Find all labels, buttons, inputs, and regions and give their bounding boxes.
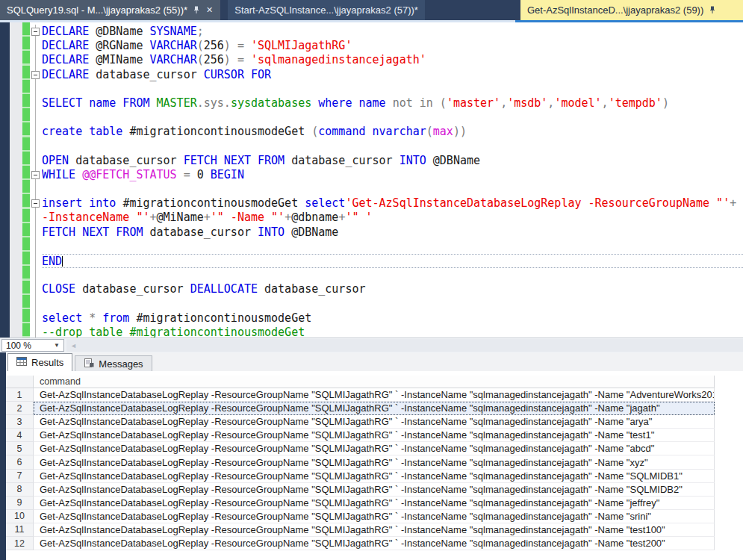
- grid-row[interactable]: 3Get-AzSqlInstanceDatabaseLogReplay -Res…: [6, 415, 743, 429]
- grid-row[interactable]: 1Get-AzSqlInstanceDatabaseLogReplay -Res…: [6, 388, 743, 402]
- code-line: select * from #migrationcontinousmodeGet: [30, 311, 743, 326]
- row-number[interactable]: 7: [6, 470, 34, 483]
- document-tabbar: SQLQuery19.sql - M...\jjayaprakas2 (55))…: [0, 0, 743, 20]
- row-number[interactable]: 4: [6, 429, 34, 442]
- scroll-left-icon[interactable]: ◄: [66, 342, 77, 349]
- code-line: DECLARE database_cursor CURSOR FOR: [30, 68, 743, 82]
- editor-gutter: [10, 22, 22, 337]
- tab-label: Get-AzSqlInstanceD...\jjayaprakas2 (59)): [527, 4, 703, 16]
- command-cell[interactable]: Get-AzSqlInstanceDatabaseLogReplay -Reso…: [34, 429, 715, 442]
- zoom-dropdown[interactable]: 100 % ▼: [1, 339, 64, 352]
- code-line: DECLARE @MIName VARCHAR(256) = 'sqlmanag…: [30, 53, 743, 67]
- tab-label: Messages: [99, 358, 143, 370]
- code-line: [30, 82, 743, 96]
- code-line: -InstanceName "'+@MiName+'" -Name "'+@db…: [30, 211, 743, 225]
- outline-margin: [30, 182, 42, 196]
- outline-margin: [30, 53, 42, 67]
- command-cell[interactable]: Get-AzSqlInstanceDatabaseLogReplay -Reso…: [34, 523, 715, 537]
- row-number[interactable]: 11: [6, 523, 34, 537]
- outline-margin: [30, 268, 42, 282]
- outline-margin: [30, 96, 42, 111]
- grid-row[interactable]: 5Get-AzSqlInstanceDatabaseLogReplay -Res…: [6, 442, 743, 455]
- command-cell[interactable]: Get-AzSqlInstanceDatabaseLogReplay -Reso…: [34, 388, 715, 402]
- outline-margin: [30, 326, 42, 337]
- column-header-command[interactable]: command: [34, 376, 715, 388]
- messages-icon: [84, 358, 94, 370]
- grid-row[interactable]: 2Get-AzSqlInstanceDatabaseLogReplay -Res…: [6, 402, 743, 415]
- row-number[interactable]: 1: [6, 388, 34, 402]
- row-number[interactable]: 10: [6, 510, 34, 523]
- grid-row[interactable]: 11Get-AzSqlInstanceDatabaseLogReplay -Re…: [6, 523, 743, 537]
- outline-margin: [30, 282, 42, 296]
- code-line: CLOSE database_cursor DEALLOCATE databas…: [30, 282, 743, 296]
- code-line: DECLARE @RGName VARCHAR(256) = 'SQLMIJag…: [30, 39, 743, 53]
- tab-get-azsqlinstance[interactable]: Get-AzSqlInstanceD...\jjayaprakas2 (59)): [520, 0, 743, 20]
- code-line: END: [30, 254, 743, 268]
- command-cell[interactable]: Get-AzSqlInstanceDatabaseLogReplay -Reso…: [34, 483, 715, 497]
- editor-statusbar: 100 % ▼ ◄: [0, 337, 743, 352]
- command-cell[interactable]: Get-AzSqlInstanceDatabaseLogReplay -Reso…: [34, 510, 715, 523]
- outline-margin: [30, 154, 42, 168]
- grid-row[interactable]: 9Get-AzSqlInstanceDatabaseLogReplay -Res…: [6, 497, 743, 510]
- tab-sqlquery19[interactable]: SQLQuery19.sql - M...\jjayaprakas2 (55))…: [0, 0, 220, 20]
- fold-collapse-icon[interactable]: [30, 196, 42, 211]
- tab-results[interactable]: Results: [7, 353, 72, 371]
- tab-start-azsqlinstance[interactable]: Start-AzSQLInstance...\jjayaprakas2 (57)…: [228, 0, 425, 20]
- grid-row[interactable]: 8Get-AzSqlInstanceDatabaseLogReplay -Res…: [6, 483, 743, 497]
- outline-margin: [30, 225, 42, 240]
- command-cell[interactable]: Get-AzSqlInstanceDatabaseLogReplay -Reso…: [34, 415, 715, 429]
- code-line: [30, 268, 743, 282]
- grid-row[interactable]: 7Get-AzSqlInstanceDatabaseLogReplay -Res…: [6, 470, 743, 483]
- command-cell[interactable]: Get-AzSqlInstanceDatabaseLogReplay -Reso…: [34, 442, 715, 455]
- row-number[interactable]: 5: [6, 442, 34, 455]
- grid-icon: [16, 357, 27, 368]
- code-line: DECLARE @DBName SYSNAME;: [30, 25, 743, 39]
- command-cell[interactable]: Get-AzSqlInstanceDatabaseLogReplay -Reso…: [34, 537, 715, 550]
- grid-row[interactable]: 4Get-AzSqlInstanceDatabaseLogReplay -Res…: [6, 429, 743, 442]
- code-line: FETCH NEXT FROM database_cursor INTO @DB…: [30, 225, 743, 240]
- code-line: WHILE @@FETCH_STATUS = 0 BEGIN: [30, 168, 743, 182]
- tab-label: Results: [31, 357, 63, 368]
- pin-icon[interactable]: [709, 6, 716, 14]
- row-number[interactable]: 12: [6, 537, 34, 550]
- horizontal-scrollbar[interactable]: ◄: [66, 339, 743, 352]
- command-cell[interactable]: Get-AzSqlInstanceDatabaseLogReplay -Reso…: [34, 402, 715, 415]
- tab-label: Start-AzSQLInstance...\jjayaprakas2 (57)…: [234, 4, 418, 16]
- fold-collapse-icon[interactable]: [30, 25, 42, 39]
- command-cell[interactable]: Get-AzSqlInstanceDatabaseLogReplay -Reso…: [34, 497, 715, 510]
- row-number[interactable]: 2: [6, 402, 34, 415]
- tab-messages[interactable]: Messages: [75, 355, 152, 371]
- zoom-level: 100 %: [6, 340, 31, 351]
- grid-header-row: command: [6, 376, 743, 388]
- outline-margin: [30, 140, 42, 154]
- outline-margin: [30, 211, 42, 225]
- row-number[interactable]: 6: [6, 455, 34, 469]
- command-cell[interactable]: Get-AzSqlInstanceDatabaseLogReplay -Reso…: [34, 455, 715, 469]
- close-icon[interactable]: ✕: [205, 5, 214, 15]
- row-number[interactable]: 9: [6, 497, 34, 510]
- code-line: SELECT name FROM MASTER.sys.sysdatabases…: [30, 96, 743, 111]
- window-left-border: [0, 352, 6, 560]
- row-number[interactable]: 8: [6, 483, 34, 497]
- sql-editor[interactable]: DECLARE @DBName SYSNAME;DECLARE @RGName …: [0, 22, 743, 337]
- grid-row[interactable]: 6Get-AzSqlInstanceDatabaseLogReplay -Res…: [6, 455, 743, 469]
- results-grid: command 1Get-AzSqlInstanceDatabaseLogRep…: [6, 371, 743, 560]
- outline-margin: [30, 240, 42, 254]
- command-cell[interactable]: Get-AzSqlInstanceDatabaseLogReplay -Reso…: [34, 470, 715, 483]
- ssms-window: SQLQuery19.sql - M...\jjayaprakas2 (55))…: [0, 0, 743, 560]
- outline-margin: [30, 39, 42, 53]
- text-caret: [62, 256, 63, 267]
- code-line: [30, 140, 743, 154]
- fold-collapse-icon[interactable]: [30, 68, 42, 82]
- row-number[interactable]: 3: [6, 415, 34, 429]
- code-line: [30, 240, 743, 254]
- code-area[interactable]: DECLARE @DBName SYSNAME;DECLARE @RGName …: [30, 22, 743, 337]
- grid-row[interactable]: 12Get-AzSqlInstanceDatabaseLogReplay -Re…: [6, 537, 743, 550]
- pin-icon[interactable]: [193, 6, 200, 14]
- row-number-header[interactable]: [6, 376, 34, 388]
- grid-row[interactable]: 10Get-AzSqlInstanceDatabaseLogReplay -Re…: [6, 510, 743, 523]
- chevron-down-icon: ▼: [54, 342, 60, 349]
- code-line: [30, 111, 743, 125]
- fold-collapse-icon[interactable]: [30, 168, 42, 182]
- code-line: OPEN database_cursor FETCH NEXT FROM dat…: [30, 154, 743, 168]
